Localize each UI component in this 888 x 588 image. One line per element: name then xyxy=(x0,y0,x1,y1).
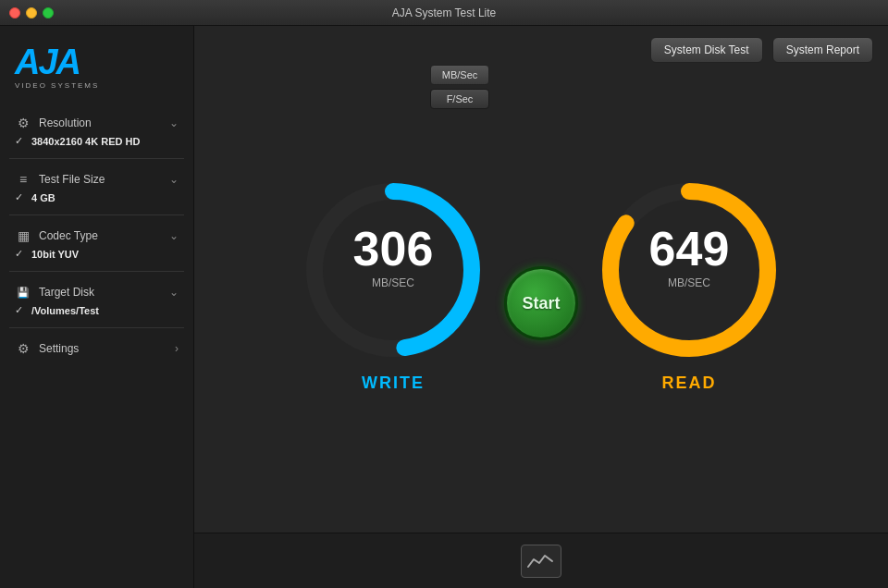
codec-type-value: 10bit YUV xyxy=(31,249,79,260)
minimize-button[interactable] xyxy=(26,7,37,18)
graph-icon xyxy=(526,550,556,572)
read-gauge-svg: 649 MB/SEC xyxy=(597,178,782,362)
test-file-size-label-row: ≡ Test File Size xyxy=(15,171,105,188)
write-label: WRITE xyxy=(362,374,425,393)
write-gauge-wrap: 306 MB/SEC WRITE xyxy=(301,178,486,393)
read-value-text: 649 xyxy=(649,222,730,276)
codec-type-label-row: ▦ Codec Type xyxy=(15,227,98,244)
sidebar-item-settings: ⚙ Settings › xyxy=(0,334,193,361)
main-content: System Disk Test System Report MB/Sec F/… xyxy=(194,26,888,588)
target-disk-label-row: 💾 Target Disk xyxy=(15,284,94,300)
divider-2 xyxy=(9,214,184,215)
brand-name: AJA xyxy=(15,44,80,80)
target-disk-value: /Volumes/Test xyxy=(31,305,99,316)
codec-type-row[interactable]: ▦ Codec Type ⌄ xyxy=(9,225,184,247)
unit-buttons: MB/Sec F/Sec xyxy=(430,65,489,109)
test-file-size-check: ✓ xyxy=(15,191,26,203)
read-label: READ xyxy=(661,374,716,393)
start-wrap: Start xyxy=(504,266,578,340)
settings-row[interactable]: ⚙ Settings › xyxy=(9,337,184,360)
write-gauge-svg: 306 MB/SEC xyxy=(301,178,486,362)
gauges-area: MB/Sec F/Sec 306 MB/SEC WRITE xyxy=(194,74,888,533)
codec-type-value-row: ✓ 10bit YUV xyxy=(9,247,184,263)
window-title: AJA System Test Lite xyxy=(392,6,497,19)
resolution-row[interactable]: ⚙ Resolution ⌄ xyxy=(9,112,184,134)
logo-area: AJA VIDEO SYSTEMS xyxy=(0,35,193,108)
divider-3 xyxy=(9,271,184,272)
test-file-size-row[interactable]: ≡ Test File Size ⌄ xyxy=(9,168,184,190)
system-report-button[interactable]: System Report xyxy=(772,37,873,63)
sidebar-item-resolution: ⚙ Resolution ⌄ ✓ 3840x2160 4K RED HD xyxy=(0,108,193,153)
target-disk-icon: 💾 xyxy=(15,284,31,300)
sidebar-item-test-file-size: ≡ Test File Size ⌄ ✓ 4 GB xyxy=(0,165,193,209)
f-sec-button[interactable]: F/Sec xyxy=(430,89,489,109)
settings-label-row: ⚙ Settings xyxy=(15,340,79,357)
graph-button[interactable] xyxy=(521,545,561,578)
maximize-button[interactable] xyxy=(43,7,54,18)
divider-4 xyxy=(9,327,184,328)
read-gauge-wrap: 649 MB/SEC READ xyxy=(597,178,782,393)
settings-label: Settings xyxy=(39,342,79,355)
write-unit-text: MB/SEC xyxy=(372,276,414,289)
brand-subtitle: VIDEO SYSTEMS xyxy=(15,81,99,90)
resolution-value-row: ✓ 3840x2160 4K RED HD xyxy=(9,134,184,151)
start-button[interactable]: Start xyxy=(504,266,578,340)
write-value-text: 306 xyxy=(353,222,434,276)
resolution-icon: ⚙ xyxy=(15,115,31,131)
gauge-container: 306 MB/SEC WRITE Start xyxy=(301,178,782,393)
target-disk-chevron: ⌄ xyxy=(169,286,179,299)
divider-1 xyxy=(9,158,184,159)
resolution-value: 3840x2160 4K RED HD xyxy=(31,136,140,147)
toolbar: System Disk Test System Report xyxy=(194,26,888,74)
read-unit-text: MB/SEC xyxy=(668,276,710,289)
test-file-size-value-row: ✓ 4 GB xyxy=(9,190,184,207)
target-disk-label: Target Disk xyxy=(39,286,94,299)
target-disk-row[interactable]: 💾 Target Disk ⌄ xyxy=(9,281,184,303)
codec-type-chevron: ⌄ xyxy=(169,229,179,242)
test-file-size-icon: ≡ xyxy=(15,171,31,188)
bottom-bar xyxy=(194,533,888,588)
window-controls[interactable] xyxy=(9,7,54,18)
codec-type-icon: ▦ xyxy=(15,227,31,244)
test-file-size-value: 4 GB xyxy=(31,192,56,203)
sidebar-item-target-disk: 💾 Target Disk ⌄ ✓ /Volumes/Test xyxy=(0,277,193,322)
settings-icon: ⚙ xyxy=(15,340,31,357)
sidebar-item-codec-type: ▦ Codec Type ⌄ ✓ 10bit YUV xyxy=(0,221,193,265)
test-file-size-label: Test File Size xyxy=(39,173,105,186)
mb-sec-button[interactable]: MB/Sec xyxy=(430,65,489,85)
app-container: AJA VIDEO SYSTEMS ⚙ Resolution ⌄ ✓ 3840x… xyxy=(0,26,888,588)
codec-type-check: ✓ xyxy=(15,248,26,260)
resolution-check: ✓ xyxy=(15,135,26,147)
target-disk-check: ✓ xyxy=(15,304,26,316)
system-disk-test-button[interactable]: System Disk Test xyxy=(650,37,763,63)
target-disk-value-row: ✓ /Volumes/Test xyxy=(9,303,184,320)
aja-logo: AJA VIDEO SYSTEMS xyxy=(15,44,179,90)
resolution-chevron: ⌄ xyxy=(169,116,179,129)
test-file-size-chevron: ⌄ xyxy=(169,173,179,186)
resolution-label-row: ⚙ Resolution xyxy=(15,115,92,131)
sidebar: AJA VIDEO SYSTEMS ⚙ Resolution ⌄ ✓ 3840x… xyxy=(0,26,194,588)
settings-chevron: › xyxy=(175,342,179,355)
title-bar: AJA System Test Lite xyxy=(0,0,888,26)
close-button[interactable] xyxy=(9,7,20,18)
codec-type-label: Codec Type xyxy=(39,229,98,242)
resolution-label: Resolution xyxy=(39,116,92,129)
